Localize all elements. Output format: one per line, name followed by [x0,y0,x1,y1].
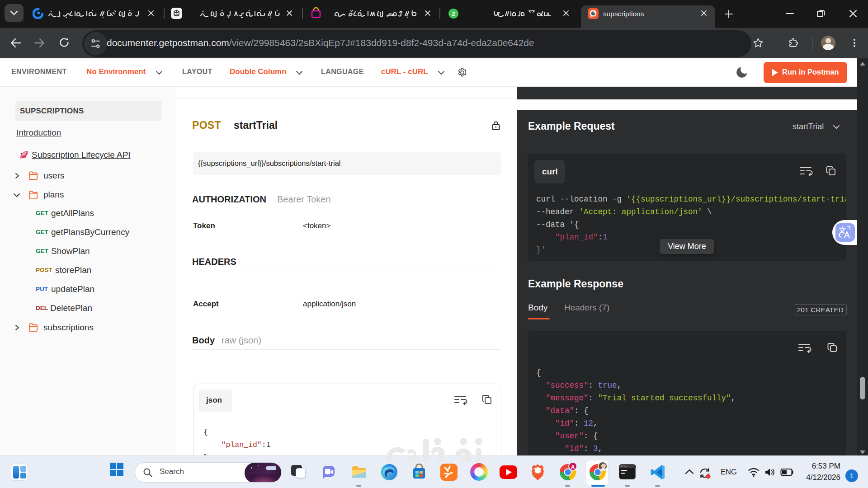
svg-text:2: 2 [452,10,455,17]
